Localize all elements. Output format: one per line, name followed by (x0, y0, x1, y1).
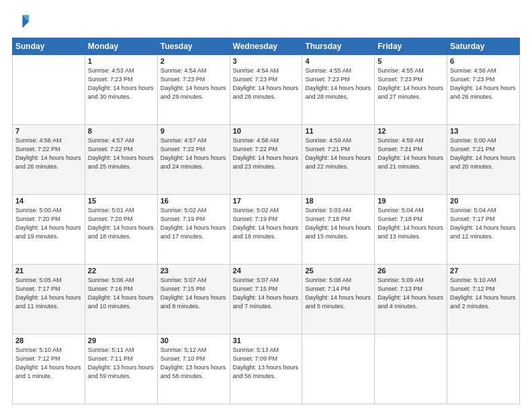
day-number: 29 (88, 336, 154, 345)
day-number: 26 (378, 267, 444, 275)
day-cell: 13 Sunrise: 5:00 AMSunset: 7:21 PMDaylig… (447, 125, 520, 195)
day-info: Sunrise: 5:10 AMSunset: 7:12 PMDaylight:… (450, 276, 517, 311)
day-cell: 11 Sunrise: 4:59 AMSunset: 7:21 PMDaylig… (302, 125, 375, 195)
day-cell: 3 Sunrise: 4:54 AMSunset: 7:23 PMDayligh… (230, 55, 302, 125)
day-number: 1 (88, 57, 154, 65)
day-cell (447, 334, 520, 404)
day-info: Sunrise: 5:01 AMSunset: 7:20 PMDaylight:… (88, 206, 154, 241)
day-number: 12 (378, 127, 444, 135)
day-info: Sunrise: 5:03 AMSunset: 7:18 PMDaylight:… (305, 206, 371, 241)
day-cell: 10 Sunrise: 4:58 AMSunset: 7:22 PMDaylig… (230, 125, 302, 195)
week-row-1: 1 Sunrise: 4:53 AMSunset: 7:23 PMDayligh… (13, 55, 520, 125)
weekday-header-row: SundayMondayTuesdayWednesdayThursdayFrid… (13, 38, 520, 55)
day-info: Sunrise: 5:00 AMSunset: 7:21 PMDaylight:… (450, 136, 517, 171)
week-row-5: 28 Sunrise: 5:10 AMSunset: 7:12 PMDaylig… (13, 334, 520, 404)
day-info: Sunrise: 5:09 AMSunset: 7:13 PMDaylight:… (378, 276, 444, 311)
day-info: Sunrise: 5:04 AMSunset: 7:17 PMDaylight:… (450, 206, 517, 241)
day-cell (375, 334, 447, 404)
day-info: Sunrise: 4:55 AMSunset: 7:23 PMDaylight:… (378, 66, 444, 101)
day-info: Sunrise: 4:57 AMSunset: 7:22 PMDaylight:… (161, 136, 227, 171)
day-number: 25 (305, 267, 371, 275)
day-number: 21 (15, 267, 82, 275)
day-cell: 2 Sunrise: 4:54 AMSunset: 7:23 PMDayligh… (157, 55, 230, 125)
week-row-4: 21 Sunrise: 5:05 AMSunset: 7:17 PMDaylig… (13, 265, 520, 334)
day-info: Sunrise: 5:02 AMSunset: 7:19 PMDaylight:… (233, 206, 300, 241)
day-cell: 8 Sunrise: 4:57 AMSunset: 7:22 PMDayligh… (85, 125, 157, 195)
day-number: 4 (305, 57, 371, 65)
day-cell: 27 Sunrise: 5:10 AMSunset: 7:12 PMDaylig… (447, 265, 520, 334)
day-info: Sunrise: 5:06 AMSunset: 7:16 PMDaylight:… (88, 276, 154, 311)
day-cell: 7 Sunrise: 4:56 AMSunset: 7:22 PMDayligh… (13, 125, 85, 195)
day-number: 3 (233, 57, 300, 65)
day-number: 8 (88, 127, 154, 135)
day-cell: 21 Sunrise: 5:05 AMSunset: 7:17 PMDaylig… (13, 265, 85, 334)
weekday-saturday: Saturday (447, 38, 520, 55)
weekday-wednesday: Wednesday (230, 38, 302, 55)
day-number: 10 (233, 127, 300, 135)
day-number: 24 (233, 267, 300, 275)
day-info: Sunrise: 4:59 AMSunset: 7:21 PMDaylight:… (305, 136, 371, 171)
logo (12, 12, 34, 31)
weekday-sunday: Sunday (13, 38, 85, 55)
day-info: Sunrise: 5:02 AMSunset: 7:19 PMDaylight:… (161, 206, 227, 241)
day-cell: 20 Sunrise: 5:04 AMSunset: 7:17 PMDaylig… (447, 195, 520, 265)
day-number: 11 (305, 127, 371, 135)
day-info: Sunrise: 4:56 AMSunset: 7:22 PMDaylight:… (15, 136, 82, 171)
day-cell: 30 Sunrise: 5:12 AMSunset: 7:10 PMDaylig… (157, 334, 230, 404)
day-cell: 28 Sunrise: 5:10 AMSunset: 7:12 PMDaylig… (13, 334, 85, 404)
day-info: Sunrise: 4:57 AMSunset: 7:22 PMDaylight:… (88, 136, 154, 171)
day-number: 27 (450, 267, 517, 275)
day-cell: 29 Sunrise: 5:11 AMSunset: 7:11 PMDaylig… (85, 334, 157, 404)
day-info: Sunrise: 4:53 AMSunset: 7:23 PMDaylight:… (88, 66, 154, 101)
day-number: 17 (233, 197, 300, 205)
day-info: Sunrise: 5:13 AMSunset: 7:09 PMDaylight:… (233, 346, 300, 381)
day-number: 19 (378, 197, 444, 205)
day-info: Sunrise: 5:05 AMSunset: 7:17 PMDaylight:… (15, 276, 82, 311)
day-number: 13 (450, 127, 517, 135)
day-cell: 31 Sunrise: 5:13 AMSunset: 7:09 PMDaylig… (230, 334, 302, 404)
day-number: 9 (161, 127, 227, 135)
day-info: Sunrise: 4:55 AMSunset: 7:23 PMDaylight:… (305, 66, 371, 101)
day-number: 16 (161, 197, 227, 205)
day-cell: 26 Sunrise: 5:09 AMSunset: 7:13 PMDaylig… (375, 265, 447, 334)
day-cell: 23 Sunrise: 5:07 AMSunset: 7:15 PMDaylig… (157, 265, 230, 334)
day-info: Sunrise: 4:58 AMSunset: 7:22 PMDaylight:… (233, 136, 300, 171)
day-info: Sunrise: 5:10 AMSunset: 7:12 PMDaylight:… (15, 346, 82, 381)
day-info: Sunrise: 5:04 AMSunset: 7:18 PMDaylight:… (378, 206, 444, 241)
day-cell (302, 334, 375, 404)
page: SundayMondayTuesdayWednesdayThursdayFrid… (0, 0, 532, 411)
day-cell: 14 Sunrise: 5:00 AMSunset: 7:20 PMDaylig… (13, 195, 85, 265)
day-number: 14 (15, 197, 82, 205)
day-cell: 1 Sunrise: 4:53 AMSunset: 7:23 PMDayligh… (85, 55, 157, 125)
day-cell: 12 Sunrise: 4:59 AMSunset: 7:21 PMDaylig… (375, 125, 447, 195)
day-number: 6 (450, 57, 517, 65)
weekday-thursday: Thursday (302, 38, 375, 55)
day-cell: 24 Sunrise: 5:07 AMSunset: 7:15 PMDaylig… (230, 265, 302, 334)
day-cell: 22 Sunrise: 5:06 AMSunset: 7:16 PMDaylig… (85, 265, 157, 334)
day-number: 30 (161, 336, 227, 345)
day-info: Sunrise: 4:56 AMSunset: 7:23 PMDaylight:… (450, 66, 517, 101)
day-info: Sunrise: 4:54 AMSunset: 7:23 PMDaylight:… (233, 66, 300, 101)
weekday-monday: Monday (85, 38, 157, 55)
day-info: Sunrise: 4:54 AMSunset: 7:23 PMDaylight:… (161, 66, 227, 101)
day-number: 20 (450, 197, 517, 205)
day-cell: 15 Sunrise: 5:01 AMSunset: 7:20 PMDaylig… (85, 195, 157, 265)
weekday-friday: Friday (375, 38, 447, 55)
week-row-2: 7 Sunrise: 4:56 AMSunset: 7:22 PMDayligh… (13, 125, 520, 195)
day-cell: 18 Sunrise: 5:03 AMSunset: 7:18 PMDaylig… (302, 195, 375, 265)
day-number: 22 (88, 267, 154, 275)
day-cell: 25 Sunrise: 5:08 AMSunset: 7:14 PMDaylig… (302, 265, 375, 334)
day-cell: 4 Sunrise: 4:55 AMSunset: 7:23 PMDayligh… (302, 55, 375, 125)
day-number: 5 (378, 57, 444, 65)
day-info: Sunrise: 5:07 AMSunset: 7:15 PMDaylight:… (161, 276, 227, 311)
week-row-3: 14 Sunrise: 5:00 AMSunset: 7:20 PMDaylig… (13, 195, 520, 265)
logo-icon (12, 12, 31, 31)
day-info: Sunrise: 4:59 AMSunset: 7:21 PMDaylight:… (378, 136, 444, 171)
day-cell: 5 Sunrise: 4:55 AMSunset: 7:23 PMDayligh… (375, 55, 447, 125)
calendar-table: SundayMondayTuesdayWednesdayThursdayFrid… (12, 38, 520, 404)
weekday-tuesday: Tuesday (157, 38, 230, 55)
day-number: 18 (305, 197, 371, 205)
day-info: Sunrise: 5:08 AMSunset: 7:14 PMDaylight:… (305, 276, 371, 311)
day-number: 15 (88, 197, 154, 205)
day-info: Sunrise: 5:00 AMSunset: 7:20 PMDaylight:… (15, 206, 82, 241)
